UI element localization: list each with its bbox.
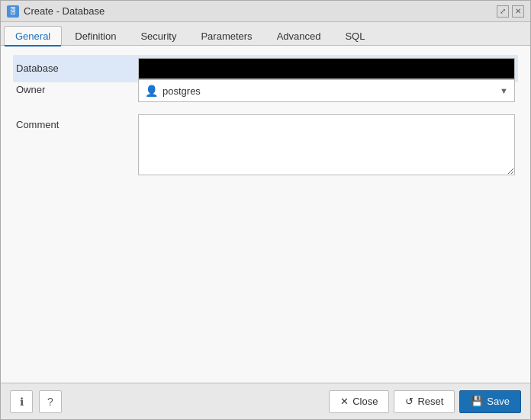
tab-definition[interactable]: Definition: [63, 26, 127, 46]
owner-select[interactable]: 👤 postgres ▼: [138, 79, 515, 102]
reset-icon: ↺: [405, 396, 414, 407]
footer: ℹ ? ✕ Close ↺ Reset 💾 Save: [1, 383, 530, 419]
database-label: Database: [16, 58, 138, 74]
save-icon: 💾: [471, 396, 483, 407]
owner-row: Owner 👤 postgres ▼: [16, 79, 515, 102]
reset-button[interactable]: ↺ Reset: [394, 390, 455, 413]
close-x-icon: ✕: [340, 396, 349, 407]
window-title: Create - Database: [24, 5, 105, 17]
form-area: Database Owner 👤 postgres ▼ Commen: [1, 46, 530, 202]
main-content: Database Owner 👤 postgres ▼ Commen: [1, 46, 530, 383]
help-button[interactable]: ?: [39, 390, 62, 413]
database-input[interactable]: [138, 58, 515, 79]
tab-advanced[interactable]: Advanced: [266, 26, 333, 46]
question-icon: ?: [47, 396, 53, 408]
info-icon: ℹ: [20, 396, 24, 408]
footer-left: ℹ ?: [10, 390, 62, 413]
owner-value: postgres: [163, 85, 201, 97]
close-label: Close: [352, 396, 378, 407]
footer-right: ✕ Close ↺ Reset 💾 Save: [329, 390, 521, 413]
info-button[interactable]: ℹ: [10, 390, 33, 413]
tab-bar: General Definition Security Parameters A…: [1, 22, 530, 46]
main-window: 🗄 Create - Database ⤢ ✕ General Definiti…: [0, 0, 531, 420]
titlebar-left: 🗄 Create - Database: [7, 5, 105, 18]
owner-input-area: 👤 postgres ▼: [138, 79, 515, 102]
save-button[interactable]: 💾 Save: [459, 390, 521, 413]
maximize-button[interactable]: ⤢: [497, 5, 509, 18]
owner-label: Owner: [16, 79, 138, 95]
titlebar-controls: ⤢ ✕: [497, 5, 524, 18]
user-icon: 👤: [145, 85, 158, 97]
comment-input[interactable]: [138, 114, 515, 175]
comment-label: Comment: [16, 114, 138, 130]
close-window-button[interactable]: ✕: [512, 5, 524, 18]
database-input-area: [138, 58, 515, 79]
comment-row: Comment: [16, 114, 515, 178]
chevron-down-icon: ▼: [500, 86, 508, 95]
reset-label: Reset: [417, 396, 443, 407]
db-icon: 🗄: [7, 5, 19, 18]
database-row: Database: [13, 55, 518, 82]
tab-parameters[interactable]: Parameters: [189, 26, 263, 46]
save-label: Save: [487, 396, 510, 407]
close-button[interactable]: ✕ Close: [329, 390, 389, 413]
titlebar: 🗄 Create - Database ⤢ ✕: [1, 1, 530, 22]
comment-input-area: [138, 114, 515, 178]
tab-general[interactable]: General: [4, 26, 62, 46]
tab-sql[interactable]: SQL: [333, 26, 376, 46]
tab-security[interactable]: Security: [129, 26, 188, 46]
